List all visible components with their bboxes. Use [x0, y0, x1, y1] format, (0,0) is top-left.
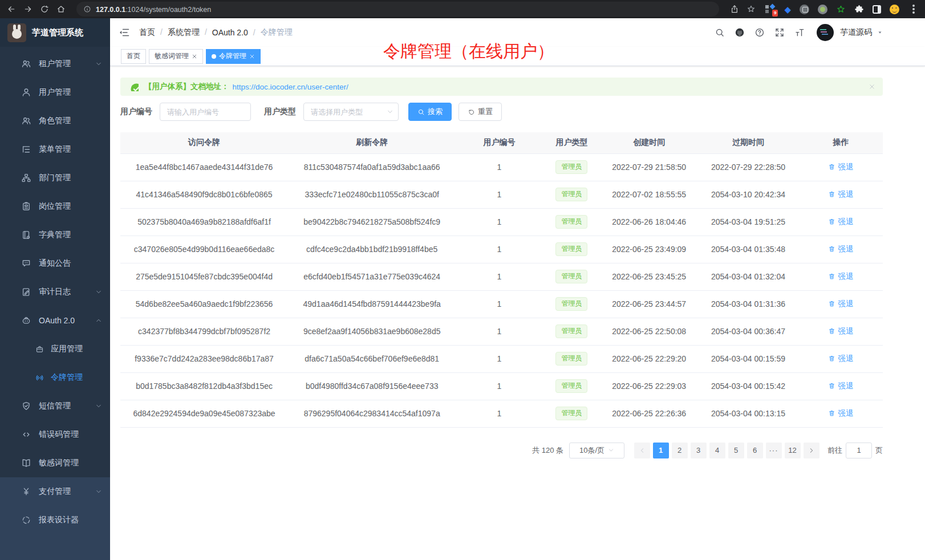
extensions-puzzle-icon[interactable]	[854, 5, 864, 14]
page-button[interactable]: 4	[709, 443, 725, 458]
sidebar-item[interactable]: 报表设计器	[0, 506, 110, 534]
fullscreen-icon[interactable]	[774, 27, 785, 38]
logo-image	[7, 23, 26, 42]
user-name[interactable]: 芋道源码	[840, 27, 872, 38]
sidebar-item[interactable]: 应用管理	[0, 335, 110, 363]
breadcrumb-item[interactable]: 首页	[139, 27, 168, 38]
user-id-cell: 1	[456, 153, 542, 181]
sidebar-item[interactable]: 租户管理	[0, 50, 110, 78]
bookmark-star-icon[interactable]	[747, 5, 756, 14]
force-logout-button[interactable]: 强退	[828, 162, 853, 172]
table-row: c347026e805e4d99b0d116eae66eda8c cdfc4ce…	[120, 236, 883, 263]
view-tab[interactable]: 敏感词管理	[149, 49, 203, 64]
app-logo[interactable]: 芋道管理系统	[0, 18, 110, 47]
access-token-cell: 41c41346a548490f9dc8b01c6bfe0865	[120, 181, 288, 208]
caret-down-icon[interactable]	[877, 30, 883, 35]
user-avatar[interactable]	[817, 24, 834, 41]
force-logout-button[interactable]: 强退	[828, 271, 853, 282]
prev-page-button[interactable]	[634, 443, 650, 458]
page-button[interactable]: 12	[785, 443, 801, 458]
sidebar-item[interactable]: 支付管理	[0, 477, 110, 506]
sidebar-item[interactable]: 部门管理	[0, 164, 110, 192]
search-icon[interactable]	[715, 27, 725, 38]
refresh-token-cell: 9ce8ef2aa9f14056b831ae9b608e28d5	[288, 318, 456, 345]
side-panel-icon[interactable]	[873, 5, 881, 14]
forward-icon[interactable]	[23, 5, 33, 14]
sidebar-item[interactable]: 通知公告	[0, 249, 110, 278]
extension-gem-icon[interactable]: ◆	[784, 5, 791, 14]
sidebar-item-label: 支付管理	[39, 486, 95, 497]
sidebar-item[interactable]: 审计日志	[0, 278, 110, 306]
user-id-cell: 1	[456, 290, 542, 318]
breadcrumb-item[interactable]: 系统管理	[168, 27, 212, 38]
sidebar-item[interactable]: 短信管理	[0, 392, 110, 420]
page-button[interactable]: 2	[672, 443, 688, 458]
sidebar-item[interactable]: OAuth 2.0	[0, 306, 110, 335]
extension-blocks-icon[interactable]: 9	[765, 4, 776, 14]
force-logout-button[interactable]: 强退	[828, 381, 853, 391]
page-size-select[interactable]: 10条/页	[569, 443, 624, 458]
site-info-icon[interactable]	[83, 5, 91, 13]
force-logout-button[interactable]: 强退	[828, 244, 853, 254]
github-icon[interactable]	[735, 27, 745, 38]
extension-record-icon[interactable]	[818, 5, 827, 14]
view-tab[interactable]: 令牌管理	[206, 49, 261, 64]
close-tab-icon[interactable]	[249, 54, 255, 59]
force-logout-button[interactable]: 强退	[828, 408, 853, 419]
home-icon[interactable]	[56, 5, 66, 14]
user-id-input[interactable]	[160, 103, 251, 121]
sidebar-item[interactable]: 角色管理	[0, 107, 110, 135]
search-button[interactable]: 搜索	[408, 103, 452, 121]
sidebar-item-label: 错误码管理	[39, 429, 102, 440]
force-logout-button[interactable]: 强退	[828, 217, 853, 227]
goto-page-input[interactable]	[846, 443, 872, 458]
user-type-select-input[interactable]	[303, 103, 399, 121]
alert-close-icon[interactable]	[869, 83, 875, 90]
font-size-icon[interactable]	[794, 27, 805, 38]
close-tab-icon[interactable]	[192, 54, 197, 59]
extension-green-star-icon[interactable]	[836, 5, 846, 14]
force-logout-button[interactable]: 强退	[828, 299, 853, 309]
page-button[interactable]: 6	[747, 443, 763, 458]
breadcrumb-item[interactable]: 令牌管理	[261, 27, 293, 38]
share-icon[interactable]	[730, 5, 739, 14]
user-type-badge: 管理员	[555, 242, 587, 256]
search-icon	[417, 108, 425, 116]
extension-emoji-icon[interactable]	[890, 5, 899, 14]
access-token-cell: 502375b8040a469a9b82188afdf6af1f	[120, 208, 288, 236]
page-button[interactable]: 5	[728, 443, 744, 458]
sidebar-item[interactable]: 错误码管理	[0, 420, 110, 449]
force-logout-button[interactable]: 强退	[828, 189, 853, 200]
sidebar-item[interactable]: 用户管理	[0, 78, 110, 107]
reload-icon[interactable]	[40, 5, 49, 14]
breadcrumb-item[interactable]: OAuth 2.0	[212, 28, 261, 37]
force-logout-button[interactable]: 强退	[828, 354, 853, 364]
page-button[interactable]: ···	[766, 443, 782, 458]
user-type-cell: 管理员	[543, 345, 601, 372]
next-page-button[interactable]	[804, 443, 819, 458]
user-type-badge: 管理员	[555, 215, 587, 229]
doc-link[interactable]: https://doc.iocoder.cn/user-center/	[233, 83, 348, 91]
user-type-badge: 管理员	[555, 352, 587, 366]
sidebar-item[interactable]: 敏感词管理	[0, 449, 110, 477]
page-button[interactable]: 1	[653, 443, 669, 458]
browser-menu-icon[interactable]	[912, 8, 915, 10]
view-tab[interactable]: 首页	[121, 49, 146, 64]
sidebar-toggle-icon[interactable]	[119, 27, 130, 38]
force-logout-button[interactable]: 强退	[828, 326, 853, 336]
page-button[interactable]: 3	[691, 443, 707, 458]
help-icon[interactable]	[754, 27, 765, 38]
sensitive-words-icon	[21, 458, 31, 468]
table-row: f9336e7c7dd242a283ee98dc86b17a87 dfa6c71…	[120, 345, 883, 372]
post-icon	[21, 201, 31, 212]
sidebar-item[interactable]: 菜单管理	[0, 135, 110, 164]
back-icon[interactable]	[7, 5, 16, 14]
reset-button[interactable]: 重置	[459, 103, 502, 121]
sidebar-item[interactable]: 令牌管理	[0, 363, 110, 392]
extension-command-icon[interactable]	[800, 5, 809, 14]
url-bar[interactable]: 127.0.0.1:1024/system/oauth2/token	[76, 2, 719, 17]
user-type-select[interactable]	[303, 103, 399, 121]
sidebar-item[interactable]: 字典管理	[0, 221, 110, 249]
sidebar-item[interactable]: 岗位管理	[0, 192, 110, 221]
user-type-cell: 管理员	[543, 290, 601, 318]
